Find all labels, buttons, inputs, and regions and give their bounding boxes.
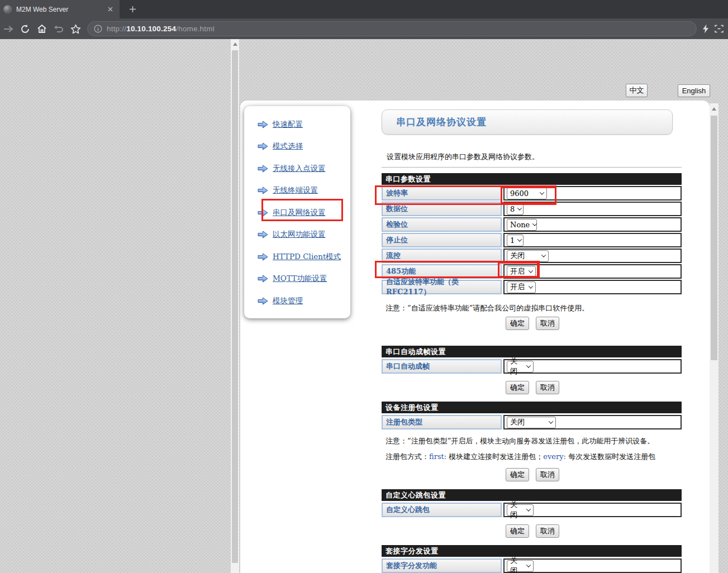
row-label: 停止位 bbox=[382, 233, 502, 247]
sidebar-item-quick-config[interactable]: 快速配置 bbox=[244, 113, 350, 136]
sidebar-item-mqtt[interactable]: MQTT功能设置 bbox=[244, 268, 350, 290]
left-scrollbar[interactable] bbox=[231, 39, 239, 573]
web-page: 中文 English 快速配置 模式选择 无线接入点设置 无线终端设置 串口及网… bbox=[0, 39, 728, 573]
cancel-button[interactable]: 取消 bbox=[536, 468, 559, 481]
arrow-bullet-icon bbox=[258, 142, 268, 150]
ok-button[interactable]: 确定 bbox=[506, 524, 529, 538]
arrow-bullet-icon bbox=[258, 297, 268, 305]
section-header-socket: 套接字分发设置 bbox=[382, 545, 682, 557]
section-header-framing: 串口自动成帧设置 bbox=[382, 346, 682, 357]
chevron-down-icon bbox=[526, 562, 531, 567]
annotation-red-box-485-select bbox=[498, 262, 539, 278]
lightning-icon[interactable] bbox=[702, 24, 709, 34]
cancel-button[interactable]: 取消 bbox=[536, 524, 559, 538]
tab-title: M2M Web Server bbox=[16, 6, 103, 13]
reload-icon[interactable] bbox=[17, 21, 34, 37]
new-tab-button[interactable] bbox=[123, 0, 142, 18]
browser-tab-bar: M2M Web Server bbox=[0, 0, 728, 18]
forward-icon[interactable] bbox=[0, 21, 17, 37]
ok-button[interactable]: 确定 bbox=[506, 381, 529, 394]
annotation-red-box-menu-serial bbox=[261, 199, 343, 221]
main-content: 串口及网络协议设置 设置模块应用程序的串口参数及网络协议参数。 串口参数设置 波… bbox=[382, 109, 682, 573]
table-row: 串口自动成帧关闭 bbox=[382, 359, 682, 374]
chevron-down-icon bbox=[532, 221, 537, 226]
bookmark-star-icon[interactable] bbox=[67, 21, 84, 37]
chevron-down-icon bbox=[517, 237, 522, 241]
note-regpack-1: 注意：“注册包类型”开启后，模块主动向服务器发送注册包，此功能用于辨识设备。 bbox=[386, 436, 682, 446]
scroll-up-icon[interactable] bbox=[712, 107, 716, 111]
flow-control-select[interactable]: 关闭 bbox=[507, 250, 549, 262]
sidebar-item-label[interactable]: 以太网功能设置 bbox=[273, 230, 326, 240]
sidebar-item-label[interactable]: 模块管理 bbox=[273, 296, 303, 306]
browser-toolbar: http://10.10.100.254/home.html bbox=[0, 18, 728, 39]
sidebar-item-ethernet[interactable]: 以太网功能设置 bbox=[244, 224, 350, 246]
regpack-type-select[interactable]: 关闭 bbox=[507, 417, 556, 428]
stop-bits-select[interactable]: 1 bbox=[507, 235, 524, 246]
chevron-down-icon bbox=[529, 284, 533, 288]
sidebar-item-label[interactable]: 无线接入点设置 bbox=[273, 164, 326, 174]
chevron-down-icon bbox=[526, 507, 531, 511]
sidebar-item-module-mgmt[interactable]: 模块管理 bbox=[244, 290, 350, 312]
socket-dispatch-select[interactable]: 关闭 bbox=[507, 560, 534, 572]
regpack-every-keyword: every: bbox=[543, 452, 566, 461]
sidebar-item-httpd-client[interactable]: HTTPD Client模式 bbox=[244, 246, 350, 268]
right-scrollbar[interactable] bbox=[710, 103, 719, 573]
row-label: 套接字分发功能 bbox=[382, 558, 502, 573]
section-header-heartbeat: 自定义心跳包设置 bbox=[382, 489, 682, 501]
capture-corners-icon[interactable] bbox=[715, 25, 724, 33]
left-scrollbar-thumb[interactable] bbox=[232, 50, 238, 563]
lang-english-button[interactable]: English bbox=[678, 84, 710, 97]
annotation-red-box-baud-select bbox=[501, 187, 556, 204]
adaptive-baud-select[interactable]: 开启 bbox=[507, 281, 536, 293]
chevron-down-icon bbox=[526, 363, 531, 367]
chevron-down-icon bbox=[541, 252, 546, 257]
regpack-first-keyword: first: bbox=[429, 452, 446, 461]
heartbeat-select[interactable]: 关闭 bbox=[507, 504, 534, 516]
arrow-bullet-icon bbox=[258, 187, 268, 194]
row-label: 自定义心跳包 bbox=[382, 503, 502, 517]
ok-button[interactable]: 确定 bbox=[506, 468, 529, 481]
table-row: 检验位None bbox=[382, 217, 682, 232]
sidebar-item-label[interactable]: 无线终端设置 bbox=[273, 185, 318, 195]
arrow-bullet-icon bbox=[258, 275, 268, 283]
arrow-bullet-icon bbox=[258, 253, 268, 261]
undo-icon[interactable] bbox=[50, 21, 67, 37]
section-header-regpack: 设备注册包设置 bbox=[382, 402, 682, 413]
arrow-bullet-icon bbox=[258, 165, 268, 173]
row-label: 注册包类型 bbox=[382, 415, 502, 429]
scroll-up-icon[interactable] bbox=[233, 42, 237, 46]
url-bar[interactable]: http://10.10.100.254/home.html bbox=[87, 21, 697, 36]
ok-button[interactable]: 确定 bbox=[506, 317, 529, 330]
url-host: 10.10.100.254 bbox=[126, 25, 176, 33]
url-scheme: http:// bbox=[107, 25, 126, 33]
browser-tab[interactable]: M2M Web Server bbox=[0, 0, 120, 18]
home-icon[interactable] bbox=[34, 21, 50, 37]
divider bbox=[382, 167, 682, 168]
info-icon bbox=[94, 25, 102, 33]
chevron-down-icon bbox=[517, 206, 522, 210]
cancel-button[interactable]: 取消 bbox=[536, 317, 559, 330]
tab-close-icon[interactable] bbox=[106, 5, 115, 14]
arrow-bullet-icon bbox=[258, 121, 268, 128]
sidebar-item-mode-select[interactable]: 模式选择 bbox=[244, 136, 350, 158]
site-favicon-icon bbox=[3, 5, 12, 13]
row-label: 检验位 bbox=[382, 217, 502, 232]
url-path: /home.html bbox=[176, 25, 215, 33]
page-subtitle: 设置模块应用程序的串口参数及网络协议参数。 bbox=[387, 152, 682, 162]
sidebar-item-label[interactable]: 快速配置 bbox=[273, 120, 303, 130]
cancel-button[interactable]: 取消 bbox=[536, 381, 559, 394]
arrow-bullet-icon bbox=[258, 231, 268, 238]
page-title-box: 串口及网络协议设置 bbox=[382, 109, 673, 135]
sidebar-item-label[interactable]: HTTPD Client模式 bbox=[273, 252, 341, 262]
sidebar-item-label[interactable]: 模式选择 bbox=[273, 141, 303, 151]
parity-select[interactable]: None bbox=[507, 219, 537, 231]
sidebar-item-label[interactable]: MQTT功能设置 bbox=[273, 274, 327, 284]
sidebar-item-wireless-ap[interactable]: 无线接入点设置 bbox=[244, 157, 350, 180]
table-row: 停止位1 bbox=[382, 233, 682, 247]
right-scrollbar-thumb[interactable] bbox=[711, 116, 717, 360]
section-header-serial: 串口参数设置 bbox=[382, 173, 682, 185]
row-label: 自适应波特率功能（类RFC2117） bbox=[382, 280, 502, 294]
lang-chinese-button[interactable]: 中文 bbox=[626, 84, 648, 97]
auto-framing-select[interactable]: 关闭 bbox=[507, 361, 534, 373]
note-regpack-2: 注册包方式：first: 模块建立连接时发送注册包；every: 每次发送数据时… bbox=[386, 452, 682, 462]
